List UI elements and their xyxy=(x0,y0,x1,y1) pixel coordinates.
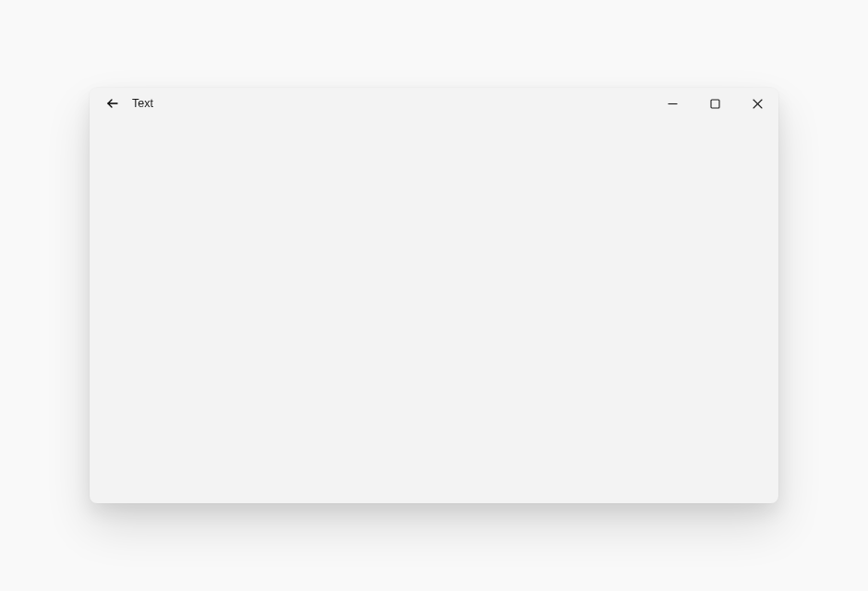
minimize-icon xyxy=(668,99,678,109)
back-button[interactable] xyxy=(97,88,128,119)
minimize-button[interactable] xyxy=(651,88,693,119)
maximize-icon xyxy=(710,99,720,109)
close-icon xyxy=(753,99,763,109)
close-button[interactable] xyxy=(736,88,778,119)
maximize-button[interactable] xyxy=(693,88,736,119)
window-title: Text xyxy=(132,88,153,119)
content-area xyxy=(90,119,778,503)
arrow-left-icon xyxy=(106,97,119,110)
app-window: Text xyxy=(90,88,778,503)
svg-rect-2 xyxy=(711,100,719,108)
titlebar[interactable]: Text xyxy=(90,88,778,119)
desktop-background: Text xyxy=(0,0,868,591)
